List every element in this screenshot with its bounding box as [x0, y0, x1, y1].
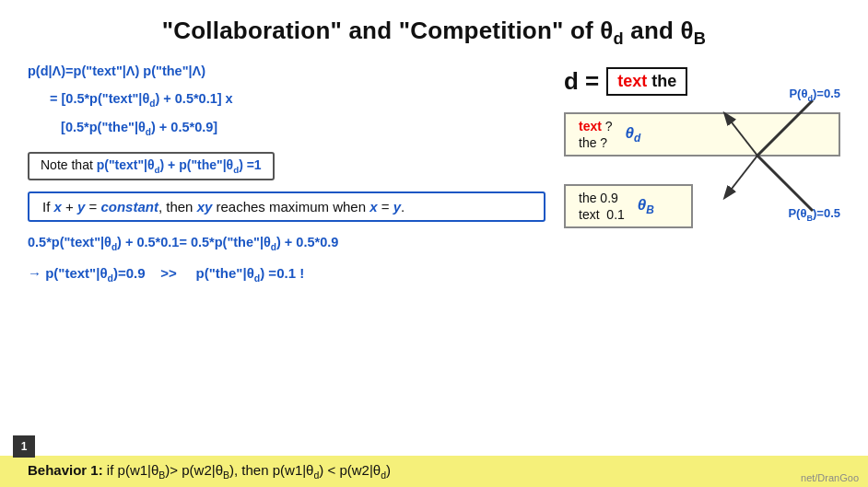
p-theta-b-label: P(θB)=0.5: [788, 206, 840, 223]
eq1-text: p(d|Λ)=p("text"|Λ) p("the"|Λ): [28, 64, 205, 78]
note-box: Note that p("text"|θd) + p("the"|θd) =1: [28, 152, 275, 180]
page-number-box: 1: [13, 435, 35, 458]
svg-line-0: [725, 114, 757, 156]
theorem-text: If x + y = constant, then xy reaches max…: [42, 199, 405, 215]
theorem-box: If x + y = constant, then xy reaches max…: [28, 191, 545, 222]
title-text: "Collaboration" and "Competition" of θd …: [162, 17, 706, 44]
main-content: p(d|Λ)=p("text"|Λ) p("the"|Λ) = [0.5*p("…: [28, 62, 840, 284]
eq2b-text: [0.5*p("the"|θd) + 0.5*0.9]: [50, 120, 217, 134]
theta-d-words: text ? the ?: [579, 119, 613, 150]
theta-b-box: the 0.9 text 0.1 θB: [564, 184, 693, 228]
eq2a-text: = [0.5*p("text"|θd) + 0.5*0.1] x: [50, 91, 233, 106]
page-number: 1: [21, 440, 28, 453]
theta-d-section: text ? the ? θd: [555, 96, 840, 157]
equation-line2b: [0.5*p("the"|θd) + 0.5*0.9]: [50, 118, 545, 139]
equation-line1: p(d|Λ)=p("text"|Λ) p("the"|Λ): [28, 62, 545, 82]
equation-line3: 0.5*p("text"|θd) + 0.5*0.1= 0.5*p("the"|…: [28, 233, 545, 254]
result-text: → p("text"|θd)=0.9 >> p("the"|θd) =0.1 !: [28, 265, 304, 281]
theta-d-word2: the ?: [579, 135, 613, 150]
left-column: p(d|Λ)=p("text"|Λ) p("the"|Λ) = [0.5*p("…: [28, 62, 545, 284]
d-equals-area: d = text the: [564, 67, 687, 96]
theta-b-words: the 0.9 text 0.1: [579, 191, 625, 222]
eq3-text: 0.5*p("text"|θd) + 0.5*0.1= 0.5*p("the"|…: [28, 235, 338, 249]
slide-title: "Collaboration" and "Competition" of θd …: [28, 17, 840, 49]
text-word: text: [617, 72, 647, 90]
theta-b-symbol: θB: [638, 196, 654, 216]
theta-b-word2: text 0.1: [579, 207, 625, 222]
behavior-bar: Behavior 1: if p(w1|θB)> p(w2|θB), then …: [0, 456, 868, 487]
result-line: → p("text"|θd)=0.9 >> p("the"|θd) =0.1 !: [28, 265, 545, 284]
text-the-box: text the: [606, 67, 687, 96]
right-column: d = text the text ? the ? θd: [555, 62, 840, 284]
p-theta-d-label: P(θd)=0.5: [789, 87, 840, 103]
the-word: the: [651, 72, 676, 90]
theta-d-symbol: θd: [626, 124, 641, 145]
watermark: net/DranGoo: [801, 472, 859, 483]
svg-line-1: [725, 156, 757, 197]
note-text: Note that p("text"|θd) + p("the"|θd) =1: [41, 157, 262, 172]
d-label: d =: [564, 67, 599, 96]
theta-d-word1: text ?: [579, 119, 613, 133]
theta-b-word1: the 0.9: [579, 191, 625, 205]
behavior-text: Behavior 1: if p(w1|θB)> p(w2|θB), then …: [28, 462, 391, 478]
note-wrapper: Note that p("text"|θd) + p("the"|θd) =1: [28, 150, 545, 180]
equation-line2a: = [0.5*p("text"|θd) + 0.5*0.1] x: [50, 89, 545, 110]
arrow-diagram: P(θd)=0.5 P(θB)=0.5: [721, 82, 840, 229]
slide: "Collaboration" and "Competition" of θd …: [0, 0, 868, 487]
